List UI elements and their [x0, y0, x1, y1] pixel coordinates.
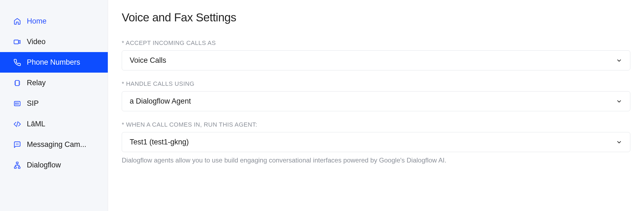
- select-value: a Dialogflow Agent: [130, 97, 191, 105]
- network-icon: [13, 161, 21, 169]
- svg-rect-1: [15, 80, 19, 85]
- sidebar-item-messaging-campaigns[interactable]: Messaging Cam...: [0, 134, 108, 155]
- helper-text: Dialogflow agents allow you to use build…: [122, 156, 630, 164]
- field-accept-incoming: * ACCEPT INCOMING CALLS AS Voice Calls: [122, 39, 630, 70]
- sidebar-item-label: Dialogflow: [27, 161, 61, 169]
- field-label: * HANDLE CALLS USING: [122, 80, 630, 87]
- code-icon: [13, 120, 21, 128]
- sidebar-item-label: SIP: [27, 99, 39, 108]
- chevron-down-icon: [616, 98, 622, 105]
- svg-point-3: [16, 144, 16, 144]
- select-value: Voice Calls: [130, 56, 166, 65]
- field-handle-calls: * HANDLE CALLS USING a Dialogflow Agent: [122, 80, 630, 111]
- svg-rect-0: [14, 40, 18, 44]
- sidebar-item-label: Video: [27, 38, 46, 46]
- select-run-agent[interactable]: Test1 (test1-gkng): [122, 132, 630, 152]
- sip-icon: [13, 99, 21, 108]
- sidebar-item-video[interactable]: Video: [0, 32, 108, 52]
- video-icon: [13, 38, 21, 46]
- chevron-down-icon: [616, 139, 622, 146]
- select-value: Test1 (test1-gkng): [130, 138, 189, 146]
- sidebar-item-dialogflow[interactable]: Dialogflow: [0, 155, 108, 175]
- main-content: Voice and Fax Settings * ACCEPT INCOMING…: [108, 0, 644, 211]
- sidebar-item-label: Relay: [27, 79, 46, 87]
- page-title: Voice and Fax Settings: [122, 11, 630, 24]
- svg-point-4: [17, 144, 17, 144]
- home-icon: [13, 17, 21, 25]
- sidebar: Home Video Phone Numbers Relay SIP LāML: [0, 0, 108, 211]
- field-label: * WHEN A CALL COMES IN, RUN THIS AGENT:: [122, 121, 630, 128]
- sidebar-item-home[interactable]: Home: [0, 11, 108, 32]
- sidebar-item-laml[interactable]: LāML: [0, 114, 108, 134]
- relay-icon: [13, 79, 21, 87]
- sidebar-item-sip[interactable]: SIP: [0, 93, 108, 114]
- sidebar-item-label: Phone Numbers: [27, 58, 80, 67]
- select-accept-incoming[interactable]: Voice Calls: [122, 50, 630, 70]
- phone-icon: [13, 58, 21, 67]
- sidebar-item-label: Messaging Cam...: [27, 140, 86, 149]
- message-icon: [13, 141, 21, 149]
- sidebar-item-phone-numbers[interactable]: Phone Numbers: [0, 52, 108, 73]
- field-label: * ACCEPT INCOMING CALLS AS: [122, 39, 630, 47]
- sidebar-item-label: Home: [27, 17, 47, 25]
- sidebar-item-relay[interactable]: Relay: [0, 73, 108, 93]
- chevron-down-icon: [616, 57, 622, 64]
- select-handle-calls[interactable]: a Dialogflow Agent: [122, 91, 630, 111]
- field-run-agent: * WHEN A CALL COMES IN, RUN THIS AGENT: …: [122, 121, 630, 164]
- sidebar-item-label: LāML: [27, 120, 45, 128]
- svg-point-5: [18, 144, 18, 144]
